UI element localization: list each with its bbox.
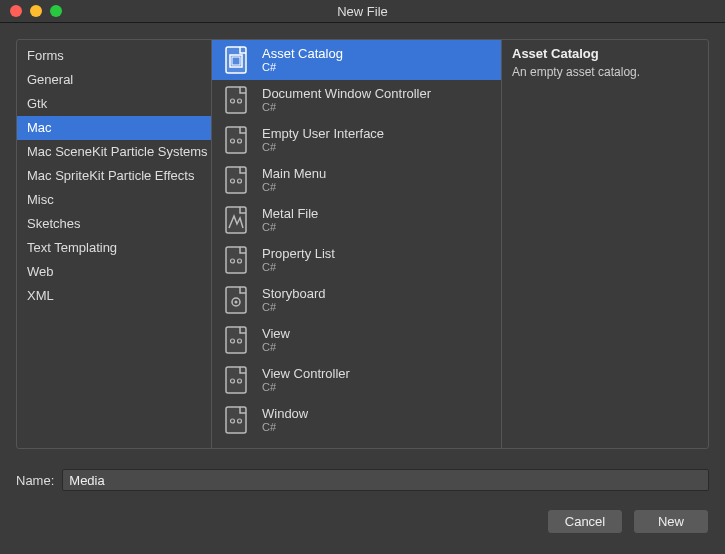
template-text: StoryboardC# — [262, 286, 326, 315]
template-item[interactable]: ViewC# — [212, 320, 501, 360]
file-icon — [220, 244, 252, 276]
template-text: Asset CatalogC# — [262, 46, 343, 75]
template-title: Metal File — [262, 206, 318, 222]
cancel-button[interactable]: Cancel — [547, 509, 623, 534]
name-input[interactable] — [62, 469, 709, 491]
window-title: New File — [0, 4, 725, 19]
titlebar: New File — [0, 0, 725, 23]
svg-rect-6 — [226, 127, 246, 153]
template-text: Document Window ControllerC# — [262, 86, 431, 115]
template-title: Document Window Controller — [262, 86, 431, 102]
template-subtitle: C# — [262, 301, 326, 314]
template-title: Main Menu — [262, 166, 326, 182]
svg-rect-19 — [226, 327, 246, 353]
svg-rect-22 — [226, 367, 246, 393]
category-item[interactable]: Gtk — [17, 92, 211, 116]
svg-rect-9 — [226, 167, 246, 193]
file-icon — [220, 124, 252, 156]
file-icon — [220, 164, 252, 196]
template-subtitle: C# — [262, 61, 343, 74]
template-subtitle: C# — [262, 181, 326, 194]
svg-rect-25 — [226, 407, 246, 433]
file-icon — [220, 404, 252, 436]
asset-catalog-icon — [220, 44, 252, 76]
storyboard-icon — [220, 284, 252, 316]
template-item[interactable]: Main MenuC# — [212, 160, 501, 200]
template-text: Property ListC# — [262, 246, 335, 275]
template-subtitle: C# — [262, 221, 318, 234]
file-icon — [220, 84, 252, 116]
template-subtitle: C# — [262, 141, 384, 154]
content-panels: FormsGeneralGtkMacMac SceneKit Particle … — [16, 39, 709, 449]
template-item[interactable]: View ControllerC# — [212, 360, 501, 400]
template-text: Empty User InterfaceC# — [262, 126, 384, 155]
category-item[interactable]: Forms — [17, 44, 211, 68]
template-subtitle: C# — [262, 381, 350, 394]
template-text: WindowC# — [262, 406, 308, 435]
template-subtitle: C# — [262, 101, 431, 114]
template-title: Storyboard — [262, 286, 326, 302]
template-title: View Controller — [262, 366, 350, 382]
detail-description: An empty asset catalog. — [512, 65, 698, 79]
name-label: Name: — [16, 473, 54, 488]
metal-file-icon — [220, 204, 252, 236]
category-item[interactable]: Mac — [17, 116, 211, 140]
svg-rect-16 — [226, 287, 246, 313]
template-title: Window — [262, 406, 308, 422]
template-title: View — [262, 326, 290, 342]
name-row: Name: — [0, 457, 725, 491]
template-item[interactable]: Metal FileC# — [212, 200, 501, 240]
category-item[interactable]: Text Templating — [17, 236, 211, 260]
template-text: Metal FileC# — [262, 206, 318, 235]
template-item[interactable]: Property ListC# — [212, 240, 501, 280]
template-text: Main MenuC# — [262, 166, 326, 195]
category-item[interactable]: Mac SceneKit Particle Systems — [17, 140, 211, 164]
category-list[interactable]: FormsGeneralGtkMacMac SceneKit Particle … — [17, 40, 212, 448]
template-item[interactable]: StoryboardC# — [212, 280, 501, 320]
button-row: Cancel New — [0, 491, 725, 548]
svg-rect-3 — [226, 87, 246, 113]
category-item[interactable]: Sketches — [17, 212, 211, 236]
category-item[interactable]: Mac SpriteKit Particle Effects — [17, 164, 211, 188]
file-icon — [220, 324, 252, 356]
new-button[interactable]: New — [633, 509, 709, 534]
svg-rect-13 — [226, 247, 246, 273]
template-text: View ControllerC# — [262, 366, 350, 395]
template-subtitle: C# — [262, 421, 308, 434]
category-item[interactable]: XML — [17, 284, 211, 308]
template-item[interactable]: Document Window ControllerC# — [212, 80, 501, 120]
detail-panel: Asset Catalog An empty asset catalog. — [502, 40, 708, 448]
template-list[interactable]: Asset CatalogC#Document Window Controlle… — [212, 40, 502, 448]
template-subtitle: C# — [262, 261, 335, 274]
template-item[interactable]: WindowC# — [212, 400, 501, 440]
file-icon — [220, 364, 252, 396]
template-item[interactable]: Empty User InterfaceC# — [212, 120, 501, 160]
template-title: Property List — [262, 246, 335, 262]
template-subtitle: C# — [262, 341, 290, 354]
template-item[interactable]: Asset CatalogC# — [212, 40, 501, 80]
template-title: Empty User Interface — [262, 126, 384, 142]
template-text: ViewC# — [262, 326, 290, 355]
svg-rect-0 — [226, 47, 246, 73]
svg-point-18 — [235, 301, 238, 304]
category-item[interactable]: Misc — [17, 188, 211, 212]
detail-title: Asset Catalog — [512, 46, 698, 61]
category-item[interactable]: Web — [17, 260, 211, 284]
category-item[interactable]: General — [17, 68, 211, 92]
template-title: Asset Catalog — [262, 46, 343, 62]
